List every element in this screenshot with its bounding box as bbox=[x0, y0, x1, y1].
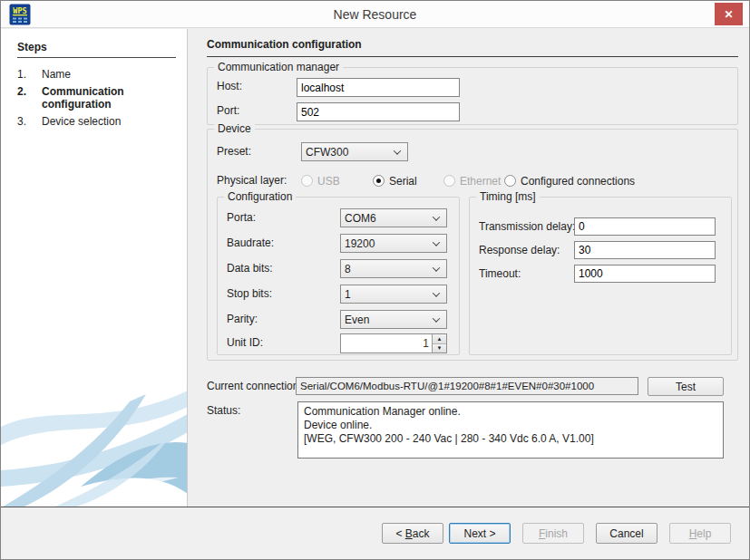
timeout-input[interactable] bbox=[574, 265, 716, 283]
radio-icon bbox=[443, 175, 455, 187]
porta-label: Porta: bbox=[227, 208, 256, 227]
radio-label: Configured connections bbox=[521, 175, 635, 188]
finish-label-post: inish bbox=[545, 527, 568, 540]
data-bits-value: 8 bbox=[345, 263, 430, 275]
step-number: 1. bbox=[17, 68, 42, 81]
back-label-post: ack bbox=[413, 527, 430, 540]
radio-icon bbox=[301, 175, 313, 187]
chevron-down-icon bbox=[430, 241, 443, 246]
porta-value: COM6 bbox=[345, 212, 430, 225]
port-label: Port: bbox=[217, 101, 239, 121]
parity-label: Parity: bbox=[227, 310, 258, 329]
close-icon: ✕ bbox=[724, 8, 733, 21]
steps-list: 1. Name 2. Communication configuration 3… bbox=[17, 68, 174, 128]
radio-label: USB bbox=[317, 175, 340, 188]
radio-ethernet: Ethernet bbox=[443, 171, 501, 190]
spinner-down-icon[interactable]: ▼ bbox=[433, 344, 446, 353]
stop-bits-label: Stop bits: bbox=[227, 285, 272, 304]
group-title: Communication manager bbox=[214, 61, 343, 73]
chevron-down-icon bbox=[430, 216, 443, 221]
response-delay-label: Response delay: bbox=[479, 241, 560, 260]
group-title: Configuration bbox=[224, 190, 296, 203]
status-textarea[interactable]: Communication Manager online. Device onl… bbox=[297, 401, 724, 459]
communication-manager-group: Communication manager Host: Port: bbox=[207, 67, 738, 125]
parity-value: Even bbox=[345, 314, 430, 326]
status-line: Device online. bbox=[304, 419, 717, 432]
status-label: Status: bbox=[207, 401, 240, 420]
spinner-buttons: ▲ ▼ bbox=[432, 334, 446, 352]
steps-sidebar: Steps 1. Name 2. Communication configura… bbox=[1, 29, 188, 507]
status-line: [WEG, CFW300 200 - 240 Vac | 280 - 340 V… bbox=[304, 432, 717, 446]
window-title: New Resource bbox=[1, 1, 749, 28]
chevron-down-icon bbox=[430, 317, 443, 323]
configuration-group: Configuration Porta: COM6 Baudrate: 1920… bbox=[217, 197, 460, 355]
radio-label: Ethernet bbox=[460, 175, 501, 188]
cancel-button[interactable]: Cancel bbox=[596, 523, 657, 544]
transmission-delay-label: Transmission delay: bbox=[479, 217, 575, 237]
page-title: Communication configuration bbox=[207, 38, 738, 57]
host-input[interactable] bbox=[297, 78, 460, 97]
group-title: Timing [ms] bbox=[476, 190, 540, 203]
group-title: Device bbox=[214, 122, 255, 135]
next-button[interactable]: Next > bbox=[449, 523, 511, 544]
baudrate-select[interactable]: 19200 bbox=[340, 234, 447, 253]
unit-id-label: Unit ID: bbox=[227, 333, 263, 352]
preset-value: CFW300 bbox=[306, 146, 391, 159]
spinner-up-icon[interactable]: ▲ bbox=[433, 334, 446, 344]
stop-bits-select[interactable]: 1 bbox=[340, 285, 447, 304]
baudrate-label: Baudrate: bbox=[227, 234, 274, 253]
step-number: 2. bbox=[17, 85, 42, 111]
radio-label: Serial bbox=[389, 175, 417, 188]
finish-button: Finish bbox=[522, 523, 584, 544]
step-label: Communication configuration bbox=[42, 85, 174, 111]
stop-bits-value: 1 bbox=[345, 288, 430, 301]
close-button[interactable]: ✕ bbox=[715, 3, 743, 25]
unit-id-value: 1 bbox=[341, 334, 432, 352]
step-item-device-selection: 3. Device selection bbox=[17, 115, 174, 128]
timeout-label: Timeout: bbox=[479, 265, 521, 284]
steps-heading: Steps bbox=[17, 41, 176, 58]
back-label-key: B bbox=[405, 527, 413, 540]
weg-swoosh-watermark bbox=[1, 387, 188, 507]
back-label-pre: < bbox=[395, 527, 404, 540]
baudrate-value: 19200 bbox=[345, 237, 430, 250]
chevron-down-icon bbox=[391, 150, 404, 155]
new-resource-dialog: WPS New Resource ✕ Steps 1. Name 2. Comm… bbox=[0, 0, 750, 560]
preset-label: Preset: bbox=[217, 142, 251, 161]
title-bar: WPS New Resource ✕ bbox=[1, 1, 749, 28]
timing-group: Timing [ms] Transmission delay: Response… bbox=[469, 197, 732, 355]
port-input[interactable] bbox=[297, 102, 460, 121]
data-bits-select[interactable]: 8 bbox=[340, 259, 447, 278]
help-button: Help bbox=[669, 523, 731, 544]
button-bar: < Back Next > Finish Cancel Help bbox=[1, 507, 749, 559]
wizard-content-panel: Communication configuration Communicatio… bbox=[189, 29, 749, 507]
current-connection-field: Serial/COM6/Modbus-RTU/@1#19200#8#1#EVEN… bbox=[296, 377, 638, 395]
back-button[interactable]: < Back bbox=[382, 523, 443, 544]
step-number: 3. bbox=[17, 115, 42, 128]
step-item-name: 1. Name bbox=[17, 68, 174, 81]
status-line: Communication Manager online. bbox=[304, 405, 717, 419]
chevron-down-icon bbox=[430, 266, 443, 272]
radio-serial[interactable]: Serial bbox=[373, 171, 417, 190]
unit-id-stepper[interactable]: 1 ▲ ▼ bbox=[340, 333, 447, 353]
radio-usb: USB bbox=[301, 171, 340, 190]
radio-configured-connections[interactable]: Configured connections bbox=[504, 171, 635, 190]
chevron-down-icon bbox=[430, 292, 443, 297]
step-label: Name bbox=[42, 68, 174, 81]
help-label-post: elp bbox=[696, 527, 711, 540]
parity-select[interactable]: Even bbox=[340, 310, 447, 329]
step-label: Device selection bbox=[42, 115, 174, 128]
current-connection-label: Current connection: bbox=[207, 377, 302, 396]
radio-icon bbox=[504, 175, 516, 187]
test-button[interactable]: Test bbox=[648, 377, 724, 396]
transmission-delay-input[interactable] bbox=[574, 217, 716, 236]
preset-select[interactable]: CFW300 bbox=[301, 142, 408, 161]
porta-select[interactable]: COM6 bbox=[340, 208, 447, 227]
step-item-communication-configuration: 2. Communication configuration bbox=[17, 85, 174, 111]
response-delay-input[interactable] bbox=[574, 241, 716, 259]
data-bits-label: Data bits: bbox=[227, 259, 273, 278]
host-label: Host: bbox=[217, 77, 242, 96]
radio-selected-icon bbox=[373, 175, 385, 187]
physical-layer-label: Physical layer: bbox=[217, 171, 287, 190]
device-group: Device Preset: CFW300 Physical layer: US… bbox=[207, 129, 738, 361]
